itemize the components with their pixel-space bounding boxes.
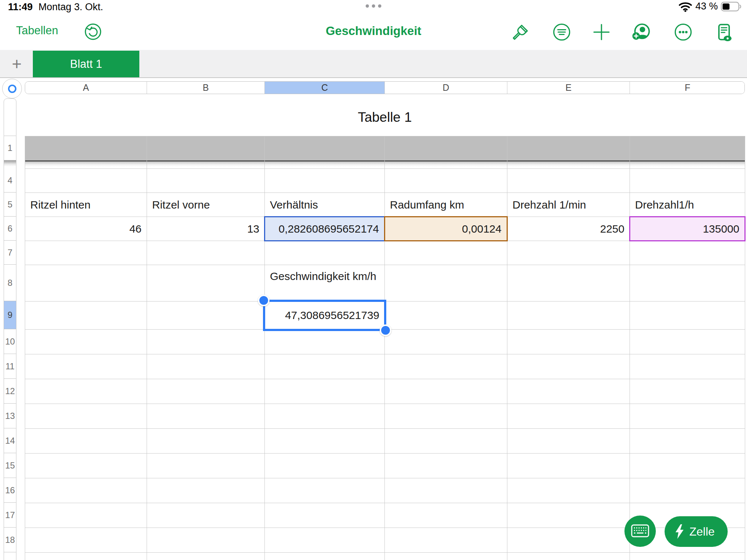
status-datetime: 11:49Montag 3. Okt. xyxy=(8,1,103,13)
column-header-C[interactable]: C xyxy=(265,82,385,94)
status-indicators: 43 % xyxy=(678,1,742,12)
selection-handle-bottom-right[interactable] xyxy=(380,324,391,336)
grid-line xyxy=(25,428,745,429)
multitasking-dots-icon xyxy=(366,4,382,8)
grid-line xyxy=(25,503,745,503)
cell-action-button[interactable]: Zelle xyxy=(665,516,728,547)
grid-line xyxy=(745,136,745,560)
row-header-10[interactable]: 10 xyxy=(4,329,16,354)
column-header-bar: ABCDEF xyxy=(25,81,745,94)
row-header-7[interactable]: 7 xyxy=(4,241,16,265)
row-header-15[interactable]: 15 xyxy=(4,453,16,478)
row-header-18[interactable]: 18 xyxy=(4,528,16,552)
table-select-ring-icon xyxy=(8,85,16,93)
row-header-9[interactable]: 9 xyxy=(4,301,16,329)
cell-C6[interactable]: 0,282608695652174 xyxy=(264,216,385,241)
row-header-5[interactable]: 5 xyxy=(4,192,16,217)
row-header-12[interactable]: 12 xyxy=(4,379,16,404)
row-header-14[interactable]: 14 xyxy=(4,428,16,453)
grid-line xyxy=(25,301,745,302)
grid-line xyxy=(25,404,745,404)
row-header-6[interactable]: 6 xyxy=(4,217,16,241)
lightning-icon xyxy=(675,524,684,539)
battery-icon xyxy=(721,1,742,12)
status-bar: 11:49Montag 3. Okt. 43 % xyxy=(0,0,747,15)
view-options-icon[interactable] xyxy=(714,23,733,42)
cell-F6[interactable]: 135000 xyxy=(629,216,746,241)
cell-D6[interactable]: 0,00124 xyxy=(384,216,508,241)
cell-F5[interactable]: Drehzahl1/h xyxy=(630,193,745,217)
cell-C8[interactable]: Geschwindigkeit km/h xyxy=(265,265,384,301)
row-header-11[interactable]: 11 xyxy=(4,354,16,379)
row-header-17[interactable]: 17 xyxy=(4,503,16,528)
collaborate-icon[interactable] xyxy=(631,23,650,42)
grid-line xyxy=(25,168,745,169)
row-header-19[interactable]: 19 xyxy=(4,552,16,560)
sheet-tab-blatt-1[interactable]: Blatt 1 xyxy=(33,51,139,77)
grid-line xyxy=(25,379,745,379)
toolbar: Tabellen Geschwindigkeit xyxy=(0,15,747,50)
table-header-row-1 xyxy=(25,136,745,160)
column-header-B[interactable]: B xyxy=(147,82,265,94)
column-header-E[interactable]: E xyxy=(507,82,630,94)
row-header-title-band xyxy=(4,98,16,136)
row-header-1[interactable]: 1 xyxy=(4,136,16,160)
cell-E5[interactable]: Drehzahl 1/min xyxy=(507,193,630,217)
cell-A6[interactable]: 46 xyxy=(25,217,147,241)
grid-line xyxy=(25,354,745,354)
row-header-4[interactable]: 4 xyxy=(4,168,16,192)
cell-E6[interactable]: 2250 xyxy=(507,217,630,241)
row-header-8[interactable]: 8 xyxy=(4,265,16,301)
sheet-tab-bar: + Blatt 1 xyxy=(0,50,747,78)
cell-C9[interactable]: 47,3086956521739 xyxy=(265,302,384,329)
grid-line xyxy=(25,136,745,136)
add-icon[interactable] xyxy=(592,23,611,42)
text-style-icon[interactable] xyxy=(552,23,571,42)
status-date: Montag 3. Okt. xyxy=(39,1,103,12)
grid-line xyxy=(25,552,745,553)
grid-line xyxy=(25,478,745,478)
cell-D5[interactable]: Radumfang km xyxy=(385,193,507,217)
cell-C5[interactable]: Verhältnis xyxy=(265,193,384,217)
cell-B5[interactable]: Ritzel vorne xyxy=(147,193,264,217)
table-title[interactable]: Tabelle 1 xyxy=(25,98,745,136)
format-brush-icon[interactable] xyxy=(511,23,530,42)
hidden-rows-band xyxy=(25,162,745,168)
cell-A5[interactable]: Ritzel hinten xyxy=(25,193,147,217)
wifi-icon xyxy=(678,1,692,12)
keyboard-button[interactable] xyxy=(624,516,656,547)
status-time: 11:49 xyxy=(8,1,33,12)
row-header-16[interactable]: 16 xyxy=(4,478,16,503)
column-header-D[interactable]: D xyxy=(385,82,507,94)
table-header-bottom-border xyxy=(25,160,745,162)
column-header-A[interactable]: A xyxy=(25,82,147,94)
add-sheet-button[interactable]: + xyxy=(9,52,25,75)
cell-B6[interactable]: 13 xyxy=(147,217,264,241)
table-select-handle[interactable] xyxy=(2,79,22,98)
grid-line xyxy=(25,453,745,454)
row-number-strip: 145678910111213141516171819 xyxy=(4,98,16,560)
cell-action-label: Zelle xyxy=(689,525,715,538)
column-header-F[interactable]: F xyxy=(630,82,745,94)
battery-percent: 43 % xyxy=(695,1,718,12)
more-icon[interactable] xyxy=(674,23,693,42)
selection-handle-top-left[interactable] xyxy=(258,295,270,306)
row-header-13[interactable]: 13 xyxy=(4,404,16,428)
keyboard-icon xyxy=(631,524,650,538)
row-header-hidden-band xyxy=(4,160,16,168)
grid-line xyxy=(25,265,745,265)
